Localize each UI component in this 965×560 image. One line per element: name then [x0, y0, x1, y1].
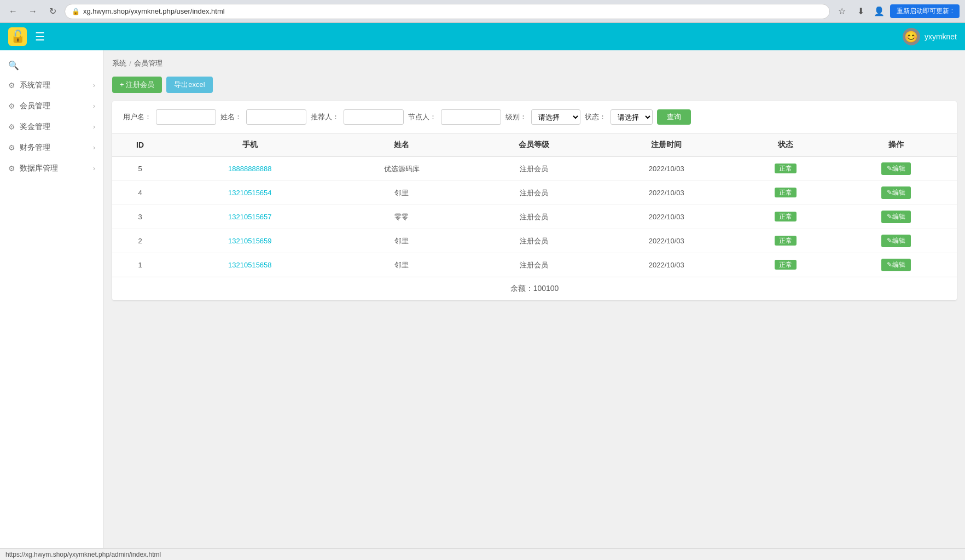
forward-button[interactable]: → — [25, 4, 40, 19]
update-button[interactable]: 重新启动即可更新 : — [890, 4, 960, 18]
back-button[interactable]: ← — [5, 4, 21, 19]
table-row: 4 13210515654 邻里 注册会员 2022/10/03 正常 ✎编辑 — [112, 181, 957, 205]
filter-row: 用户名： 姓名： 推荐人： 节点人： 级别： 请选择 注册会员 VIP会员 状态… — [112, 101, 957, 133]
address-bar[interactable]: 🔒 xg.hwym.shop/yxymknet.php/user/index.h… — [65, 4, 830, 19]
cell-status: 正常 — [736, 229, 835, 253]
cell-action[interactable]: ✎编辑 — [835, 253, 957, 277]
main-panel: 用户名： 姓名： 推荐人： 节点人： 级别： 请选择 注册会员 VIP会员 状态… — [112, 101, 957, 300]
cell-level: 注册会员 — [472, 157, 596, 181]
query-button[interactable]: 查询 — [657, 109, 691, 125]
cell-phone[interactable]: 13210515659 — [168, 229, 332, 253]
breadcrumb-current: 会员管理 — [134, 59, 162, 68]
cell-action[interactable]: ✎编辑 — [835, 181, 957, 205]
breadcrumb-separator: / — [129, 60, 131, 68]
search-icon[interactable]: 🔍 — [8, 60, 19, 71]
status-url: https://xg.hwym.shop/yxymknet.php/admin/… — [5, 551, 161, 558]
sidebar-item-system[interactable]: ⚙ 系统管理 › — [0, 75, 103, 96]
gear-icon-finance: ⚙ — [8, 143, 15, 152]
url-text: xg.hwym.shop/yxymknet.php/user/index.htm… — [83, 7, 225, 15]
chevron-right-icon-database: › — [93, 165, 95, 172]
toolbar: + 注册会员 导出excel — [112, 77, 957, 93]
cell-name: 邻里 — [332, 181, 472, 205]
breadcrumb-root: 系统 — [112, 59, 126, 68]
cell-phone[interactable]: 13210515657 — [168, 205, 332, 229]
cell-action[interactable]: ✎编辑 — [835, 157, 957, 181]
status-bar: https://xg.hwym.shop/yxymknet.php/admin/… — [0, 548, 965, 560]
app-wrapper: 🔓 ☰ 😊 yxymknet 🔍 ⚙ 系统管理 › — [0, 23, 965, 560]
logo-text: 🔓 — [10, 30, 25, 44]
cell-name: 邻里 — [332, 229, 472, 253]
profile-button[interactable]: 👤 — [871, 4, 887, 19]
cell-action[interactable]: ✎编辑 — [835, 229, 957, 253]
export-excel-button[interactable]: 导出excel — [166, 77, 212, 93]
logo: 🔓 — [8, 27, 27, 46]
user-profile[interactable]: 😊 yxymknet — [903, 28, 957, 45]
cell-regtime: 2022/10/03 — [596, 181, 736, 205]
sidebar-item-members[interactable]: ⚙ 会员管理 › — [0, 96, 103, 116]
username-input[interactable] — [156, 109, 216, 125]
cell-regtime: 2022/10/03 — [596, 229, 736, 253]
cell-status: 正常 — [736, 205, 835, 229]
reload-button[interactable]: ↻ — [45, 4, 60, 19]
cell-status: 正常 — [736, 253, 835, 277]
edit-button[interactable]: ✎编辑 — [881, 235, 911, 247]
cell-name: 邻里 — [332, 253, 472, 277]
sidebar-item-finance[interactable]: ⚙ 财务管理 › — [0, 137, 103, 158]
chevron-right-icon-system: › — [93, 81, 95, 89]
sidebar-label-finance: 财务管理 — [20, 143, 50, 153]
status-select[interactable]: 请选择 正常 禁用 — [611, 109, 653, 125]
col-level: 会员等级 — [472, 133, 596, 157]
gear-icon-database: ⚙ — [8, 164, 15, 173]
edit-button[interactable]: ✎编辑 — [881, 259, 911, 271]
edit-button[interactable]: ✎编辑 — [881, 211, 911, 223]
sidebar-item-bonus[interactable]: ⚙ 奖金管理 › — [0, 116, 103, 137]
name-input[interactable] — [246, 109, 306, 125]
cell-level: 注册会员 — [472, 253, 596, 277]
bookmark-button[interactable]: ☆ — [834, 4, 850, 19]
menu-toggle-button[interactable]: ☰ — [35, 30, 45, 43]
level-label: 级别： — [505, 112, 527, 122]
cell-phone[interactable]: 13210515654 — [168, 181, 332, 205]
register-member-button[interactable]: + 注册会员 — [112, 77, 162, 93]
username-label: yxymknet — [925, 32, 957, 41]
download-button[interactable]: ⬇ — [853, 4, 868, 19]
name-label: 姓名： — [220, 112, 242, 122]
cell-regtime: 2022/10/03 — [596, 157, 736, 181]
sidebar-search[interactable]: 🔍 — [0, 56, 103, 75]
cell-phone[interactable]: 13210515658 — [168, 253, 332, 277]
browser-chrome: ← → ↻ 🔒 xg.hwym.shop/yxymknet.php/user/i… — [0, 0, 965, 23]
cell-regtime: 2022/10/03 — [596, 205, 736, 229]
cell-regtime: 2022/10/03 — [596, 253, 736, 277]
node-label: 节点人： — [408, 112, 437, 122]
cell-phone[interactable]: 18888888888 — [168, 157, 332, 181]
cell-level: 注册会员 — [472, 181, 596, 205]
sidebar-item-database[interactable]: ⚙ 数据库管理 › — [0, 158, 103, 179]
col-action: 操作 — [835, 133, 957, 157]
table-row: 2 13210515659 邻里 注册会员 2022/10/03 正常 ✎编辑 — [112, 229, 957, 253]
level-select[interactable]: 请选择 注册会员 VIP会员 — [531, 109, 580, 125]
sidebar-label-bonus: 奖金管理 — [20, 122, 50, 132]
avatar: 😊 — [903, 28, 920, 45]
table-row: 3 13210515657 零零 注册会员 2022/10/03 正常 ✎编辑 — [112, 205, 957, 229]
table-header-row: ID 手机 姓名 会员等级 注册时间 状态 操作 — [112, 133, 957, 157]
topbar: 🔓 ☰ 😊 yxymknet — [0, 23, 965, 50]
referrer-input[interactable] — [344, 109, 404, 125]
sidebar: 🔍 ⚙ 系统管理 › ⚙ 会员管理 › ⚙ 奖金管理 — [0, 50, 104, 548]
col-name: 姓名 — [332, 133, 472, 157]
node-input[interactable] — [441, 109, 501, 125]
table-row: 1 13210515658 邻里 注册会员 2022/10/03 正常 ✎编辑 — [112, 253, 957, 277]
cell-level: 注册会员 — [472, 205, 596, 229]
cell-name: 优选源码库 — [332, 157, 472, 181]
edit-button[interactable]: ✎编辑 — [881, 162, 911, 175]
table-row: 5 18888888888 优选源码库 注册会员 2022/10/03 正常 ✎… — [112, 157, 957, 181]
content-area: 系统 / 会员管理 + 注册会员 导出excel 用户名： 姓名： 推荐人： — [104, 50, 965, 548]
cell-status: 正常 — [736, 181, 835, 205]
chevron-right-icon-members: › — [93, 102, 95, 110]
cell-action[interactable]: ✎编辑 — [835, 205, 957, 229]
edit-button[interactable]: ✎编辑 — [881, 186, 911, 199]
main-area: 🔍 ⚙ 系统管理 › ⚙ 会员管理 › ⚙ 奖金管理 — [0, 50, 965, 548]
members-table: ID 手机 姓名 会员等级 注册时间 状态 操作 5 18888888888 优… — [112, 133, 957, 277]
table-footer: 余额：100100 — [112, 277, 957, 300]
cell-id: 3 — [112, 205, 168, 229]
gear-icon-members: ⚙ — [8, 102, 15, 110]
